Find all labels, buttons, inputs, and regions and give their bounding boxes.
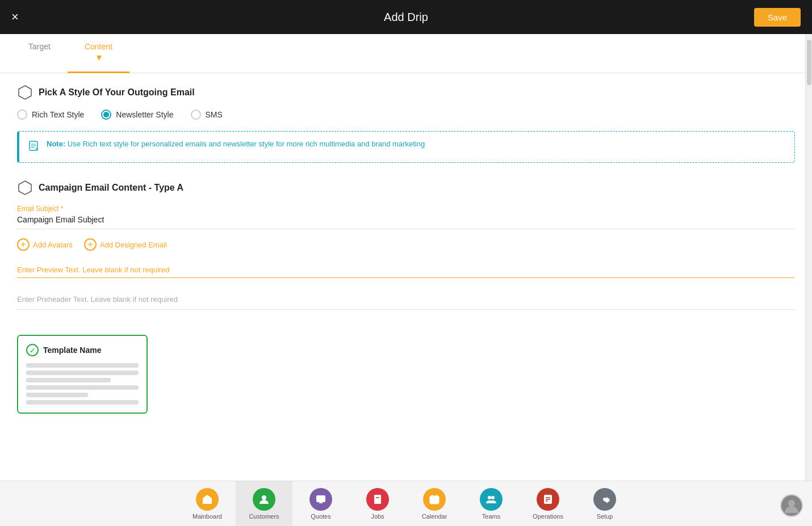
- bottom-nav: Mainboard Customers Quotes Jobs Calendar…: [0, 481, 812, 526]
- svg-marker-3: [203, 495, 212, 504]
- add-buttons-row: + Add Avatars + Add Designed Email: [17, 238, 795, 251]
- template-line: [26, 400, 139, 405]
- mainboard-icon: [196, 488, 219, 511]
- teams-label: Teams: [482, 513, 500, 520]
- save-button[interactable]: Save: [754, 8, 801, 27]
- radio-newsletter[interactable]: Newsletter Style: [101, 110, 173, 120]
- campaign-section-header: Campaign Email Content - Type A: [17, 180, 795, 196]
- svg-rect-9: [430, 496, 439, 499]
- radio-newsletter-label: Newsletter Style: [116, 110, 173, 119]
- template-line: [26, 385, 139, 390]
- email-subject-label: Email Subject *: [17, 205, 795, 213]
- quotes-icon: [309, 488, 332, 511]
- add-avatars-button[interactable]: + Add Avatars: [17, 238, 73, 251]
- campaign-section: Campaign Email Content - Type A Email Su…: [17, 180, 795, 323]
- tabs-bar: Target Content ▾: [0, 34, 812, 73]
- setup-icon: [593, 488, 616, 511]
- calendar-label: Calendar: [422, 513, 447, 520]
- campaign-section-title: Campaign Email Content - Type A: [39, 183, 183, 193]
- template-name: Template Name: [43, 346, 101, 355]
- nav-item-quotes[interactable]: Quotes: [292, 481, 349, 527]
- operations-icon: [537, 488, 559, 511]
- tab-target[interactable]: Target: [11, 34, 68, 73]
- preheader-text-input[interactable]: [17, 289, 795, 310]
- radio-sms-label: SMS: [206, 110, 223, 119]
- radio-newsletter-circle[interactable]: [101, 110, 111, 120]
- radio-rich-text-label: Rich Text Style: [32, 110, 84, 119]
- template-line: [26, 363, 139, 368]
- mainboard-label: Mainboard: [192, 513, 222, 520]
- user-avatar[interactable]: [780, 494, 803, 517]
- note-text: Note: Use Rich text style for personaliz…: [47, 140, 425, 148]
- svg-marker-2: [19, 181, 31, 195]
- calendar-icon: [423, 488, 446, 511]
- note-box: Note: Use Rich text style for personaliz…: [17, 131, 795, 163]
- template-line: [26, 378, 111, 382]
- scrollbar-thumb[interactable]: [807, 40, 811, 85]
- email-style-radio-group: Rich Text Style Newsletter Style SMS: [17, 110, 795, 120]
- preview-text-underline: [17, 277, 795, 278]
- add-avatars-label: Add Avatars: [33, 241, 73, 249]
- radio-rich-text[interactable]: Rich Text Style: [17, 110, 84, 120]
- jobs-icon: [366, 488, 389, 511]
- nav-item-setup[interactable]: Setup: [576, 481, 633, 527]
- nav-item-jobs[interactable]: Jobs: [349, 481, 406, 527]
- campaign-section-icon: [17, 180, 33, 196]
- svg-point-18: [788, 500, 795, 507]
- radio-sms[interactable]: SMS: [191, 110, 223, 120]
- svg-rect-6: [374, 495, 381, 504]
- svg-rect-5: [316, 495, 325, 502]
- style-section-title: Pick A Style Of Your Outgoing Email: [39, 87, 195, 98]
- note-icon: [28, 140, 40, 154]
- operations-label: Operations: [533, 513, 563, 520]
- nav-item-teams[interactable]: Teams: [463, 481, 520, 527]
- tab-content[interactable]: Content ▾: [68, 34, 129, 73]
- customers-icon: [253, 488, 275, 511]
- header: × Add Drip Save: [0, 0, 812, 34]
- template-card[interactable]: ✓ Template Name: [17, 335, 148, 414]
- add-designed-email-button[interactable]: + Add Designed Email: [84, 238, 167, 251]
- style-section-icon: [17, 85, 33, 100]
- quotes-label: Quotes: [311, 513, 330, 520]
- template-preview-lines: [26, 363, 139, 405]
- template-card-header: ✓ Template Name: [26, 344, 139, 356]
- template-check-icon: ✓: [26, 344, 39, 356]
- note-label: Note:: [47, 140, 65, 148]
- radio-rich-text-circle[interactable]: [17, 110, 27, 120]
- page-scrollbar[interactable]: [805, 34, 812, 481]
- svg-point-13: [491, 496, 495, 499]
- svg-marker-0: [19, 86, 31, 99]
- page-title: Add Drip: [384, 11, 428, 24]
- svg-point-4: [262, 495, 266, 500]
- template-line: [26, 393, 88, 397]
- tab-indicator: ▾: [86, 51, 112, 64]
- nav-item-operations[interactable]: Operations: [520, 481, 576, 527]
- main-content: Pick A Style Of Your Outgoing Email Rich…: [0, 73, 812, 520]
- customers-label: Customers: [249, 513, 279, 520]
- jobs-label: Jobs: [371, 513, 384, 520]
- style-section-header: Pick A Style Of Your Outgoing Email: [17, 85, 795, 100]
- svg-point-12: [488, 496, 491, 499]
- add-designed-email-label: Add Designed Email: [100, 241, 167, 249]
- email-subject-value: Campaign Email Subject: [17, 215, 795, 229]
- template-line: [26, 371, 139, 375]
- nav-item-calendar[interactable]: Calendar: [406, 481, 463, 527]
- teams-icon: [480, 488, 503, 511]
- nav-item-customers[interactable]: Customers: [236, 481, 292, 527]
- note-body: Use Rich text style for personalized ema…: [68, 140, 425, 148]
- preview-text-input[interactable]: [17, 262, 795, 277]
- nav-item-mainboard[interactable]: Mainboard: [179, 481, 236, 527]
- add-avatars-icon: +: [17, 238, 30, 251]
- setup-label: Setup: [597, 513, 613, 520]
- close-button[interactable]: ×: [11, 10, 19, 24]
- radio-sms-circle[interactable]: [191, 110, 201, 120]
- add-designed-email-icon: +: [84, 238, 97, 251]
